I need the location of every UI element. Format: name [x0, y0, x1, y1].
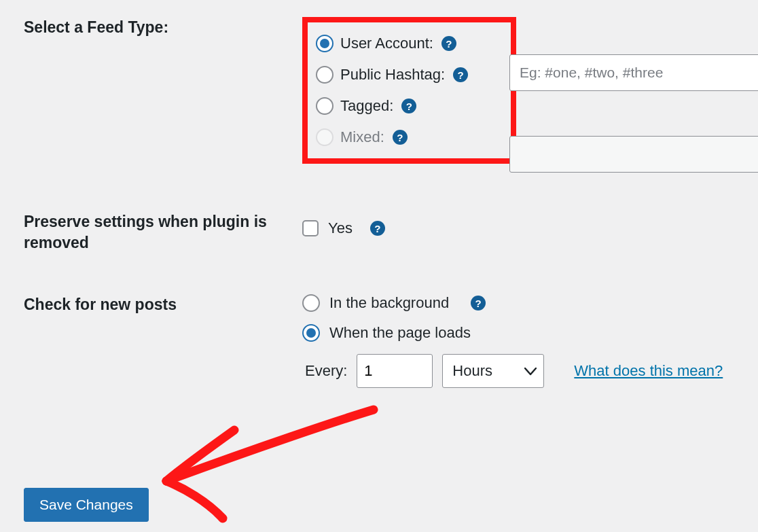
radio-public-hashtag-label: Public Hashtag: — [340, 66, 445, 84]
radio-background-label: In the background — [329, 294, 449, 312]
check-posts-controls: In the background ? When the page loads … — [302, 294, 734, 388]
frequency-label: Every: — [302, 362, 347, 380]
radio-public-hashtag[interactable] — [316, 66, 333, 84]
preserve-yes-label: Yes — [328, 219, 353, 237]
chevron-down-icon — [524, 362, 537, 380]
feed-type-user-option[interactable]: User Account: ? — [316, 35, 504, 52]
feed-type-items: User Account: ? Public Hashtag: ? Tagged… — [316, 35, 504, 146]
preserve-settings-controls: Yes ? — [302, 211, 734, 237]
radio-pageload-label: When the page loads — [329, 324, 471, 342]
check-posts-background-option[interactable]: In the background ? — [302, 294, 734, 312]
frequency-row: Every: Hours What does this mean? — [302, 354, 734, 388]
help-icon[interactable]: ? — [393, 130, 408, 145]
feed-type-label: Select a Feed Type: — [24, 17, 302, 38]
help-icon[interactable]: ? — [370, 221, 385, 236]
radio-mixed — [316, 128, 333, 146]
help-icon[interactable]: ? — [471, 296, 486, 311]
help-icon[interactable]: ? — [441, 36, 456, 51]
hashtag-input[interactable] — [509, 54, 758, 91]
mixed-input — [509, 136, 758, 173]
radio-user-account[interactable] — [316, 35, 333, 52]
feed-type-hashtag-option[interactable]: Public Hashtag: ? — [316, 66, 504, 84]
what-does-this-mean-link[interactable]: What does this mean? — [574, 362, 723, 380]
feed-type-highlight-box: User Account: ? Public Hashtag: ? Tagged… — [302, 17, 516, 164]
save-changes-button[interactable]: Save Changes — [24, 488, 149, 522]
interval-unit-value: Hours — [452, 362, 492, 380]
feed-type-tagged-option[interactable]: Tagged: ? — [316, 97, 504, 115]
interval-unit-select[interactable]: Hours — [442, 354, 544, 388]
preserve-settings-row: Preserve settings when plugin is removed… — [24, 211, 734, 253]
preserve-settings-label: Preserve settings when plugin is removed — [24, 211, 302, 253]
radio-tagged[interactable] — [316, 97, 333, 115]
radio-pageload[interactable] — [302, 324, 320, 342]
check-posts-pageload-option[interactable]: When the page loads — [302, 324, 734, 342]
radio-mixed-label: Mixed: — [340, 128, 384, 146]
radio-tagged-label: Tagged: — [340, 97, 393, 115]
help-icon[interactable]: ? — [401, 99, 416, 113]
radio-user-account-label: User Account: — [340, 35, 433, 52]
feed-type-mixed-option: Mixed: ? — [316, 128, 504, 146]
interval-input[interactable] — [357, 354, 433, 388]
preserve-checkbox[interactable] — [302, 220, 319, 236]
red-arrow-annotation — [156, 393, 380, 531]
check-posts-row: Check for new posts In the background ? … — [24, 294, 734, 388]
radio-background[interactable] — [302, 294, 320, 312]
check-posts-label: Check for new posts — [24, 294, 302, 315]
help-icon[interactable]: ? — [453, 67, 468, 82]
